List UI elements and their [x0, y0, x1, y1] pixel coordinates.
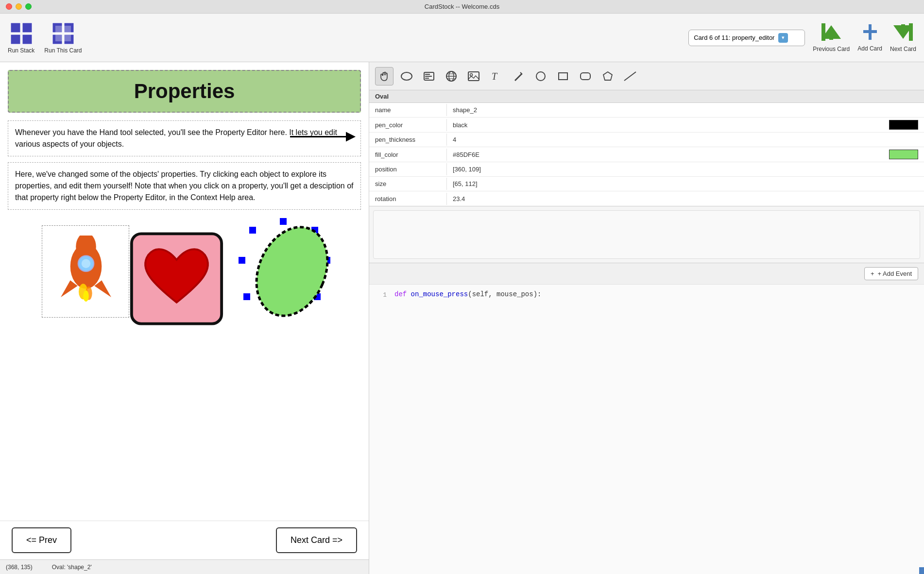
card-dropdown-arrow[interactable]: ▾ [778, 33, 788, 43]
heart-card[interactable] [129, 230, 224, 327]
svg-rect-40 [425, 74, 430, 75]
text-block-2[interactable]: Here, we've changed some of the objects'… [8, 162, 361, 210]
prev-card-nav-button[interactable]: <= Prev [12, 527, 71, 553]
add-event-label: + Add Event [878, 270, 912, 277]
add-event-button[interactable]: + + Add Event [864, 267, 918, 280]
properties-header[interactable]: Properties [8, 70, 361, 113]
minimize-button[interactable] [16, 3, 22, 10]
code-content[interactable]: def on_mouse_press(self, mouse_pos): [394, 290, 541, 568]
add-card-button[interactable]: Add Card [857, 23, 882, 52]
svg-marker-18 [346, 132, 356, 142]
prop-rotation-value: 23.4 [447, 193, 924, 205]
text-block-1[interactable]: Whenever you have the Hand tool selected… [8, 120, 361, 156]
chevron-icon: ▾ [782, 34, 785, 41]
svg-rect-54 [581, 73, 590, 80]
rect-tool-button[interactable] [554, 67, 572, 85]
svg-point-49 [470, 73, 473, 76]
run-card-label: Run This Card [44, 47, 82, 54]
prop-row-fill-color[interactable]: fill_color #85DF6E [369, 147, 924, 162]
svg-point-37 [243, 218, 341, 327]
svg-rect-2 [11, 34, 20, 44]
coordinates-display: (368, 135) [6, 564, 33, 571]
circle-tool-button[interactable] [531, 67, 550, 85]
titlebar: CardStock -- Welcome.cds [0, 0, 924, 14]
fill-color-swatch [889, 150, 918, 159]
svg-line-51 [520, 72, 522, 74]
object-label-display: Oval: 'shape_2' [52, 564, 92, 571]
next-card-nav-button[interactable]: Next Card => [276, 527, 357, 553]
svg-rect-29 [280, 218, 287, 225]
close-button[interactable] [6, 3, 12, 10]
prop-row-pen-thickness[interactable]: pen_thickness 4 [369, 133, 924, 147]
prop-position-label: position [369, 163, 447, 175]
svg-line-55 [624, 72, 636, 81]
line-tool-button[interactable] [621, 67, 639, 85]
card-dropdown[interactable]: Card 6 of 11: property_editor ▾ [688, 30, 805, 46]
property-type-label: Oval [375, 93, 389, 100]
text-label-tool-button[interactable]: T [487, 67, 505, 85]
prop-position-value: [360, 109] [447, 163, 924, 175]
svg-rect-10 [829, 32, 833, 40]
image-tool-button[interactable] [464, 67, 483, 85]
prop-fill-color-label: fill_color [369, 149, 447, 161]
window-title: CardStock -- Welcome.cds [425, 3, 499, 10]
status-bar: (368, 135) Oval: 'shape_2' [0, 559, 369, 574]
svg-marker-24 [94, 280, 111, 297]
prev-card-icon [821, 23, 841, 45]
svg-rect-35 [239, 257, 245, 264]
web-tool-button[interactable] [442, 67, 461, 85]
card-selector-text: Card 6 of 11: property_editor [694, 34, 774, 41]
run-stack-label: Run Stack [8, 47, 34, 54]
pen-tool-button[interactable] [509, 67, 528, 85]
roundrect-tool-button[interactable] [576, 67, 595, 85]
pen-color-swatch [889, 120, 918, 130]
rocket-container[interactable] [42, 225, 129, 318]
svg-rect-11 [821, 23, 825, 41]
svg-point-27 [83, 290, 89, 302]
svg-point-38 [401, 72, 412, 80]
svg-rect-0 [11, 23, 20, 33]
prop-row-size[interactable]: size [65, 112] [369, 177, 924, 191]
prop-size-label: size [369, 178, 447, 190]
next-card-label: Next Card [890, 46, 916, 52]
prop-fill-color-value: #85DF6E [447, 147, 924, 162]
run-card-icon [51, 22, 75, 45]
property-editor: Oval name shape_2 pen_color black pen_th… [369, 90, 924, 206]
next-card-button[interactable]: Next Card [890, 23, 916, 52]
canvas-bottom-nav: <= Prev Next Card => [0, 521, 369, 559]
tools-row: T [369, 62, 924, 90]
prop-row-rotation[interactable]: rotation 23.4 [369, 191, 924, 206]
oval-shape-tool-button[interactable] [397, 67, 416, 85]
svg-rect-41 [425, 76, 432, 77]
prop-pen-thickness-label: pen_thickness [369, 134, 447, 146]
prop-pen-thickness-value: 4 [447, 134, 924, 146]
prop-row-position[interactable]: position [360, 109] [369, 162, 924, 177]
prop-pen-color-label: pen_color [369, 119, 447, 131]
prop-pen-color-value: black [447, 118, 924, 132]
window-controls [6, 3, 32, 10]
objects-area [8, 216, 361, 342]
prop-size-value: [65, 112] [447, 178, 924, 190]
arrow-container [288, 125, 356, 152]
main-area: Properties Whenever you have the Hand to… [0, 62, 924, 574]
add-card-icon [862, 23, 878, 44]
run-card-button[interactable]: Run This Card [44, 22, 82, 54]
line-numbers: 1 [377, 290, 387, 568]
add-event-plus-icon: + [871, 270, 874, 277]
run-stack-button[interactable]: Run Stack [8, 22, 34, 54]
oval-selected[interactable] [239, 218, 345, 335]
context-help-area [373, 210, 920, 259]
prop-rotation-label: rotation [369, 193, 447, 205]
maximize-button[interactable] [25, 3, 32, 10]
canvas-area[interactable]: Properties Whenever you have the Hand to… [0, 62, 369, 521]
code-area[interactable]: 1 def on_mouse_press(self, mouse_pos): [369, 285, 924, 574]
text-field-tool-button[interactable] [420, 67, 438, 85]
prop-row-name[interactable]: name shape_2 [369, 103, 924, 118]
hand-tool-button[interactable] [375, 67, 394, 85]
prev-card-button[interactable]: Previous Card [813, 23, 850, 52]
prop-row-pen-color[interactable]: pen_color black [369, 118, 924, 133]
text-block-2-content: Here, we've changed some of the objects'… [15, 170, 353, 202]
svg-rect-15 [901, 24, 905, 32]
code-editor-toolbar: + + Add Event [369, 263, 924, 285]
polygon-tool-button[interactable] [599, 67, 617, 85]
